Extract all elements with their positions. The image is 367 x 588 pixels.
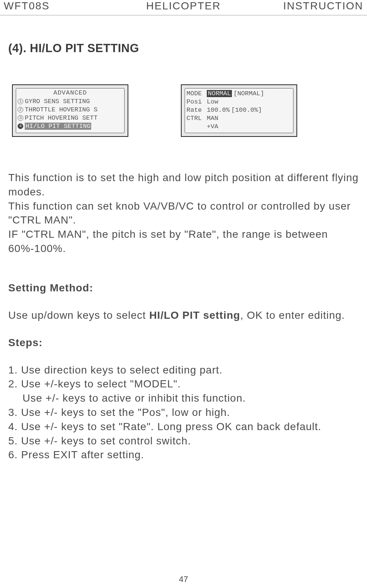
method-instructions: Use up/down keys to select HI/LO PIT set… <box>8 308 359 322</box>
setting-method-heading: Setting Method: <box>8 282 359 294</box>
lcd-screen-menu-inner: ADVANCED 1 GYRO SENS SETTING 2 THROTTLE … <box>16 88 125 133</box>
lcd-setting-row-ctrl: CTRL MAN <box>187 114 292 122</box>
header-type: INSTRUCTION <box>244 0 363 12</box>
lcd-menu-num-1: 1 <box>18 99 23 104</box>
lcd-posi-value: Low <box>207 98 218 105</box>
section-title: (4). HI/LO PIT SETTING <box>8 42 359 55</box>
lcd-menu-text-4-highlight: HI/LO PIT SETTING <box>25 123 91 130</box>
lcd-setting-row-rate: Rate 100.0%[100.0%] <box>187 106 292 114</box>
step-6: 6. Press EXIT after setting. <box>8 448 359 462</box>
description-p3: IF "CTRL MAN", the pitch is set by "Rate… <box>8 227 359 256</box>
lcd-posi-label: Posi <box>187 98 205 105</box>
step-2b: Use +/- keys to active or inhibit this f… <box>8 391 359 405</box>
page-number: 47 <box>179 574 188 584</box>
lcd-menu-text-3: PITCH HOVERING SETT <box>25 114 98 122</box>
lcd-va-value: +VA <box>207 123 218 130</box>
step-3: 3. Use +/- keys to set the "Pos", low or… <box>8 405 359 420</box>
lcd-screen-settings-inner: MODE NORMAL[NORMAL] Posi Low Rate 100.0%… <box>185 88 293 133</box>
lcd-mode-bracket: [NORMAL] <box>233 90 264 97</box>
lcd-menu-title: ADVANCED <box>18 89 123 96</box>
lcd-menu-text-2: THROTTLE HOVERING S <box>25 106 98 113</box>
header-category: HELICOPTER <box>123 0 243 12</box>
lcd-menu-num-2: 2 <box>18 107 23 112</box>
lcd-menu-num-4: 4 <box>18 123 23 129</box>
description-p1: This function is to set the high and low… <box>8 171 359 199</box>
header-model: WFT08S <box>4 0 123 12</box>
lcd-menu-row-4: 4 HI/LO PIT SETTING <box>18 122 123 130</box>
lcd-setting-row-posi: Posi Low <box>187 98 292 106</box>
lcd-rate-label: Rate <box>187 106 205 114</box>
steps-list: 1. Use direction keys to select editing … <box>8 363 359 462</box>
lcd-rate-bracket: [100.0%] <box>231 106 262 114</box>
lcd-ctrl-label: CTRL <box>187 115 205 122</box>
page-content: (4). HI/LO PIT SETTING ADVANCED 1 GYRO S… <box>0 15 367 462</box>
lcd-ctrl-value: MAN <box>207 115 218 122</box>
description-text: This function is to set the high and low… <box>8 171 359 256</box>
step-2: 2. Use +/-keys to select "MODEL". <box>8 377 359 391</box>
lcd-screen-settings: MODE NORMAL[NORMAL] Posi Low Rate 100.0%… <box>181 84 297 137</box>
lcd-menu-num-3: 3 <box>18 115 23 121</box>
lcd-setting-row-va: +VA <box>187 122 292 130</box>
method-text-post: , OK to enter editing. <box>240 309 345 321</box>
page-header: WFT08S HELICOPTER INSTRUCTION <box>0 0 367 15</box>
lcd-setting-row-mode: MODE NORMAL[NORMAL] <box>187 89 292 98</box>
lcd-menu-row-3: 3 PITCH HOVERING SETT <box>18 114 123 122</box>
lcd-screen-menu: ADVANCED 1 GYRO SENS SETTING 2 THROTTLE … <box>12 84 128 137</box>
method-text-bold: HI/LO PIT setting <box>149 309 241 321</box>
lcd-menu-row-1: 1 GYRO SENS SETTING <box>18 97 123 105</box>
lcd-menu-row-2: 2 THROTTLE HOVERING S <box>18 105 123 114</box>
steps-heading: Steps: <box>8 337 359 349</box>
lcd-mode-label: MODE <box>187 90 205 97</box>
lcd-rate-value: 100.0% <box>207 106 230 114</box>
step-5: 5. Use +/- keys to set control switch. <box>8 434 359 448</box>
description-p2: This function can set knob VA/VB/VC to c… <box>8 199 359 228</box>
method-text-pre: Use up/down keys to select <box>8 309 149 321</box>
step-1: 1. Use direction keys to select editing … <box>8 363 359 377</box>
lcd-mode-value: NORMAL <box>207 90 232 97</box>
lcd-screens-container: ADVANCED 1 GYRO SENS SETTING 2 THROTTLE … <box>8 84 359 137</box>
step-4: 4. Use +/- keys to set "Rate". Long pres… <box>8 420 359 434</box>
lcd-menu-text-1: GYRO SENS SETTING <box>25 98 90 105</box>
